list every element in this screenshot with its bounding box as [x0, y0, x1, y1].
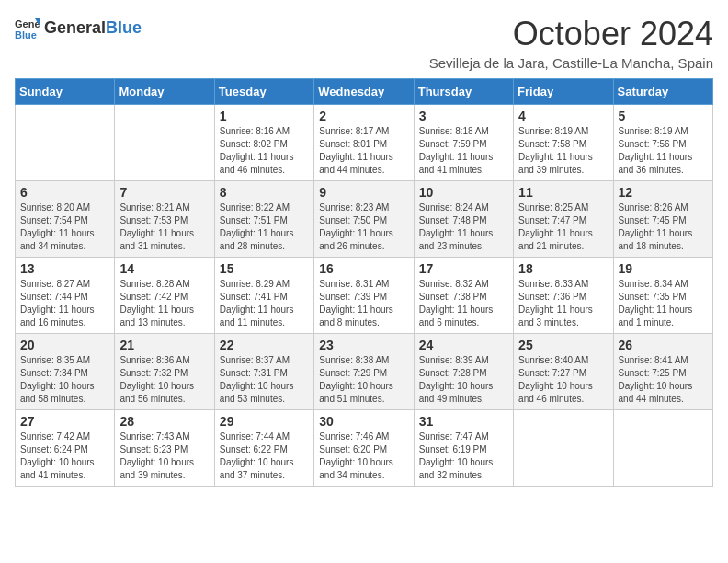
calendar-cell: 18Sunrise: 8:33 AM Sunset: 7:36 PM Dayli… [514, 258, 613, 334]
calendar-cell: 13Sunrise: 8:27 AM Sunset: 7:44 PM Dayli… [16, 258, 115, 334]
day-number: 12 [619, 185, 708, 200]
day-number: 8 [220, 185, 309, 200]
day-info: Sunrise: 8:33 AM Sunset: 7:36 PM Dayligh… [518, 278, 608, 329]
day-number: 6 [20, 185, 109, 200]
calendar-week-row: 1Sunrise: 8:16 AM Sunset: 8:02 PM Daylig… [16, 105, 713, 181]
svg-text:Blue: Blue [15, 29, 37, 40]
logo-blue-text: Blue [106, 18, 142, 38]
day-number: 19 [619, 261, 708, 276]
calendar-cell: 19Sunrise: 8:34 AM Sunset: 7:35 PM Dayli… [613, 258, 712, 334]
calendar-cell: 14Sunrise: 8:28 AM Sunset: 7:42 PM Dayli… [115, 258, 214, 334]
day-info: Sunrise: 8:28 AM Sunset: 7:42 PM Dayligh… [119, 278, 209, 329]
day-number: 29 [220, 414, 309, 429]
header: General Blue GeneralBlue October 2024 Se… [15, 15, 713, 71]
logo: General Blue GeneralBlue [15, 15, 142, 40]
day-number: 18 [518, 261, 608, 276]
calendar-cell: 16Sunrise: 8:31 AM Sunset: 7:39 PM Dayli… [314, 258, 414, 334]
calendar-cell: 28Sunrise: 7:43 AM Sunset: 6:23 PM Dayli… [115, 410, 214, 487]
day-info: Sunrise: 7:46 AM Sunset: 6:20 PM Dayligh… [319, 431, 408, 482]
day-info: Sunrise: 7:44 AM Sunset: 6:22 PM Dayligh… [220, 431, 309, 482]
calendar-cell: 20Sunrise: 8:35 AM Sunset: 7:34 PM Dayli… [16, 334, 115, 410]
title-area: October 2024 Sevilleja de la Jara, Casti… [429, 15, 713, 71]
calendar-cell: 9Sunrise: 8:23 AM Sunset: 7:50 PM Daylig… [314, 181, 414, 258]
weekday-header-friday: Friday [514, 79, 613, 105]
calendar-cell: 8Sunrise: 8:22 AM Sunset: 7:51 PM Daylig… [214, 181, 313, 258]
day-info: Sunrise: 8:31 AM Sunset: 7:39 PM Dayligh… [319, 278, 408, 329]
day-info: Sunrise: 8:32 AM Sunset: 7:38 PM Dayligh… [419, 278, 508, 329]
day-number: 20 [20, 338, 109, 352]
day-number: 31 [419, 414, 508, 429]
day-number: 10 [419, 185, 508, 200]
calendar-week-row: 6Sunrise: 8:20 AM Sunset: 7:54 PM Daylig… [16, 181, 713, 258]
day-number: 23 [319, 338, 408, 352]
day-number: 21 [119, 338, 209, 352]
day-info: Sunrise: 8:27 AM Sunset: 7:44 PM Dayligh… [20, 278, 109, 329]
day-info: Sunrise: 7:47 AM Sunset: 6:19 PM Dayligh… [419, 431, 508, 482]
weekday-header-tuesday: Tuesday [214, 79, 313, 105]
month-title: October 2024 [429, 15, 713, 53]
day-info: Sunrise: 8:35 AM Sunset: 7:34 PM Dayligh… [20, 354, 109, 406]
day-number: 15 [220, 261, 309, 276]
day-info: Sunrise: 8:41 AM Sunset: 7:25 PM Dayligh… [619, 354, 708, 406]
day-info: Sunrise: 7:43 AM Sunset: 6:23 PM Dayligh… [119, 431, 209, 482]
day-number: 7 [119, 185, 209, 200]
day-info: Sunrise: 8:36 AM Sunset: 7:32 PM Dayligh… [119, 354, 209, 406]
day-info: Sunrise: 8:25 AM Sunset: 7:47 PM Dayligh… [518, 201, 608, 253]
day-number: 9 [319, 185, 408, 200]
calendar-cell: 5Sunrise: 8:19 AM Sunset: 7:56 PM Daylig… [613, 105, 712, 181]
day-number: 16 [319, 261, 408, 276]
day-info: Sunrise: 8:29 AM Sunset: 7:41 PM Dayligh… [220, 278, 309, 329]
day-number: 1 [220, 109, 309, 123]
calendar-cell: 15Sunrise: 8:29 AM Sunset: 7:41 PM Dayli… [214, 258, 313, 334]
calendar-cell: 1Sunrise: 8:16 AM Sunset: 8:02 PM Daylig… [214, 105, 313, 181]
calendar-cell: 24Sunrise: 8:39 AM Sunset: 7:28 PM Dayli… [414, 334, 513, 410]
calendar-week-row: 27Sunrise: 7:42 AM Sunset: 6:24 PM Dayli… [16, 410, 713, 487]
day-number: 26 [619, 338, 708, 352]
calendar-week-row: 13Sunrise: 8:27 AM Sunset: 7:44 PM Dayli… [16, 258, 713, 334]
calendar-cell: 30Sunrise: 7:46 AM Sunset: 6:20 PM Dayli… [314, 410, 414, 487]
day-info: Sunrise: 8:21 AM Sunset: 7:53 PM Dayligh… [119, 201, 209, 253]
weekday-header-thursday: Thursday [414, 79, 513, 105]
day-info: Sunrise: 8:20 AM Sunset: 7:54 PM Dayligh… [20, 201, 109, 253]
calendar-cell: 21Sunrise: 8:36 AM Sunset: 7:32 PM Dayli… [115, 334, 214, 410]
day-info: Sunrise: 8:22 AM Sunset: 7:51 PM Dayligh… [220, 201, 309, 253]
day-info: Sunrise: 8:34 AM Sunset: 7:35 PM Dayligh… [619, 278, 708, 329]
day-number: 25 [518, 338, 608, 352]
calendar-cell [115, 105, 214, 181]
calendar-cell: 31Sunrise: 7:47 AM Sunset: 6:19 PM Dayli… [414, 410, 513, 487]
weekday-header-saturday: Saturday [613, 79, 712, 105]
calendar-cell: 17Sunrise: 8:32 AM Sunset: 7:38 PM Dayli… [414, 258, 513, 334]
day-number: 17 [419, 261, 508, 276]
calendar-cell: 26Sunrise: 8:41 AM Sunset: 7:25 PM Dayli… [613, 334, 712, 410]
calendar-week-row: 20Sunrise: 8:35 AM Sunset: 7:34 PM Dayli… [16, 334, 713, 410]
day-info: Sunrise: 8:18 AM Sunset: 7:59 PM Dayligh… [419, 125, 508, 177]
calendar-cell: 12Sunrise: 8:26 AM Sunset: 7:45 PM Dayli… [613, 181, 712, 258]
calendar-cell [514, 410, 613, 487]
day-info: Sunrise: 8:19 AM Sunset: 7:56 PM Dayligh… [619, 125, 708, 177]
day-info: Sunrise: 8:26 AM Sunset: 7:45 PM Dayligh… [619, 201, 708, 253]
day-info: Sunrise: 8:40 AM Sunset: 7:27 PM Dayligh… [518, 354, 608, 406]
calendar-cell: 27Sunrise: 7:42 AM Sunset: 6:24 PM Dayli… [16, 410, 115, 487]
day-info: Sunrise: 8:16 AM Sunset: 8:02 PM Dayligh… [220, 125, 309, 177]
calendar-cell: 11Sunrise: 8:25 AM Sunset: 7:47 PM Dayli… [514, 181, 613, 258]
day-info: Sunrise: 8:24 AM Sunset: 7:48 PM Dayligh… [419, 201, 508, 253]
weekday-header-wednesday: Wednesday [314, 79, 414, 105]
day-number: 5 [619, 109, 708, 123]
calendar-cell [16, 105, 115, 181]
weekday-header-monday: Monday [115, 79, 214, 105]
day-number: 28 [119, 414, 209, 429]
day-info: Sunrise: 8:39 AM Sunset: 7:28 PM Dayligh… [419, 354, 508, 406]
day-info: Sunrise: 8:38 AM Sunset: 7:29 PM Dayligh… [319, 354, 408, 406]
day-info: Sunrise: 8:19 AM Sunset: 7:58 PM Dayligh… [518, 125, 608, 177]
day-number: 27 [20, 414, 109, 429]
day-number: 11 [518, 185, 608, 200]
day-number: 13 [20, 261, 109, 276]
day-number: 2 [319, 109, 408, 123]
calendar-cell: 22Sunrise: 8:37 AM Sunset: 7:31 PM Dayli… [214, 334, 313, 410]
day-info: Sunrise: 7:42 AM Sunset: 6:24 PM Dayligh… [20, 431, 109, 482]
weekday-header-row: SundayMondayTuesdayWednesdayThursdayFrid… [16, 79, 713, 105]
calendar-cell: 10Sunrise: 8:24 AM Sunset: 7:48 PM Dayli… [414, 181, 513, 258]
location-title: Sevilleja de la Jara, Castille-La Mancha… [429, 55, 713, 71]
day-number: 3 [419, 109, 508, 123]
day-number: 22 [220, 338, 309, 352]
